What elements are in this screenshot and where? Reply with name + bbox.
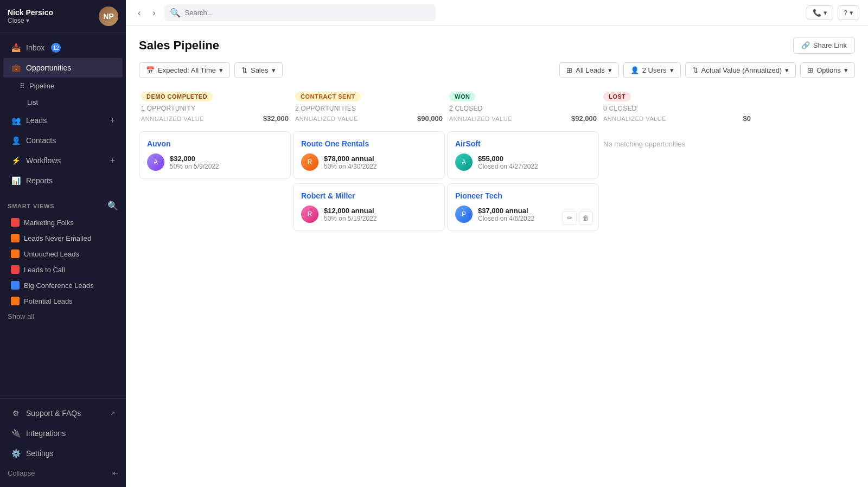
sidebar-item-workflows[interactable]: ⚡ Workflows + [3, 151, 123, 170]
sidebar-item-contacts[interactable]: 👤 Contacts [3, 131, 123, 150]
add-workflows-icon[interactable]: + [110, 156, 115, 165]
close-button[interactable]: Close ▾ [8, 17, 53, 24]
column-header: LOST 0 CLOSED ANNUALIZED VALUE $0 [601, 87, 753, 129]
smart-view-icon [11, 249, 20, 258]
column-annualized: ANNUALIZED VALUE $92,000 [449, 114, 597, 123]
smart-view-label: Leads to Call [24, 266, 65, 274]
smart-view-icon [11, 265, 20, 274]
card-name[interactable]: Auvon [147, 139, 283, 148]
card-date: 50% on 5/19/2022 [324, 215, 437, 222]
sidebar-item-settings[interactable]: ⚙️ Settings [3, 444, 123, 463]
card-name[interactable]: Route One Rentals [301, 139, 437, 148]
no-match-text: No matching opportunities [601, 131, 753, 157]
sidebar-item-opportunities[interactable]: 💼 Opportunities [3, 58, 123, 78]
annualized-value: $0 [743, 114, 751, 123]
card-value: $55,000 [478, 155, 591, 163]
sidebar-item-potential-leads[interactable]: Potential Leads [3, 293, 123, 309]
sidebar-item-support[interactable]: ⚙ Support & FAQs ↗ [3, 403, 123, 423]
add-leads-icon[interactable]: + [110, 116, 115, 125]
help-button[interactable]: ? ▾ [838, 5, 859, 20]
opportunity-card[interactable]: Pioneer Tech P $37,000 annual Closed on … [447, 183, 599, 231]
smart-view-icon [11, 281, 20, 290]
chevron-down-icon: ▾ [219, 66, 223, 74]
page-title: Sales Pipeline [139, 39, 219, 53]
card-avatar: R [301, 153, 318, 171]
card-date: 50% on 4/30/2022 [324, 163, 437, 170]
users-filter[interactable]: 👤 2 Users ▾ [623, 62, 681, 78]
column-badge: CONTRACT SENT [295, 92, 361, 101]
phone-button[interactable]: 📞 ▾ [807, 5, 833, 20]
kanban-column-lost: LOST 0 CLOSED ANNUALIZED VALUE $0 No mat… [601, 87, 753, 487]
sidebar-item-integrations[interactable]: 🔌 Integrations [3, 424, 123, 443]
card-actions: ✏ 🗑 [563, 211, 593, 225]
collapse-icon: ⇤ [112, 469, 118, 477]
column-cards: No matching opportunities [601, 129, 753, 487]
card-name[interactable]: AirSoft [455, 139, 591, 148]
users-icon: 👥 [11, 116, 21, 125]
leads-icon: ⊞ [566, 66, 572, 74]
opportunity-card[interactable]: AirSoft A $55,000 Closed on 4/27/2022 [447, 131, 599, 179]
card-details: $12,000 annual 50% on 5/19/2022 [324, 207, 437, 222]
chart-icon: 📊 [11, 176, 21, 185]
external-link-icon: ↗ [110, 410, 115, 417]
column-annualized: ANNUALIZED VALUE $0 [603, 114, 751, 123]
edit-card-button[interactable]: ✏ [563, 211, 577, 225]
inbox-badge: 12 [51, 43, 61, 53]
sidebar-item-big-conference-leads[interactable]: Big Conference Leads [3, 278, 123, 293]
filter-icon: ⇅ [241, 66, 247, 74]
all-leads-filter[interactable]: ⊞ All Leads ▾ [559, 62, 618, 78]
column-header: WON 2 CLOSED ANNUALIZED VALUE $92,000 [447, 87, 599, 129]
options-icon: ⊞ [807, 66, 813, 74]
sidebar-item-marketing-folks[interactable]: Marketing Folks [3, 215, 123, 230]
column-badge: DEMO COMPLETED [141, 92, 213, 101]
sidebar-item-leads-to-call[interactable]: Leads to Call [3, 262, 123, 277]
person-icon: 👤 [11, 136, 21, 145]
options-button[interactable]: ⊞ Options ▾ [800, 62, 855, 78]
opportunity-card[interactable]: Route One Rentals R $78,000 annual 50% o… [293, 131, 445, 179]
smart-view-label: Potential Leads [24, 297, 73, 305]
chevron-down-icon: ▾ [785, 66, 789, 74]
collapse-button[interactable]: Collapse ⇤ [0, 464, 126, 483]
annualized-value: $32,000 [263, 114, 289, 123]
sidebar: Nick Persico Close ▾ NP 📥 Inbox 12 💼 Opp… [0, 0, 126, 487]
smart-views-header: SMART VIEWS 🔍 [0, 195, 126, 214]
smart-views-list: Marketing Folks Leads Never Emailed Unto… [0, 214, 126, 309]
actual-value-filter[interactable]: ⇅ Actual Value (Annualized) ▾ [685, 62, 796, 78]
smart-view-label: Untouched Leads [24, 250, 79, 258]
column-annualized: ANNUALIZED VALUE $32,000 [141, 114, 289, 123]
card-name[interactable]: Pioneer Tech [455, 191, 591, 200]
sidebar-item-pipeline[interactable]: ⠿ Pipeline [3, 78, 123, 94]
sales-filter[interactable]: ⇅ Sales ▾ [234, 62, 283, 78]
forward-button[interactable]: › [149, 6, 158, 20]
pipeline-icon: ⠿ [20, 82, 25, 90]
back-button[interactable]: ‹ [135, 6, 144, 20]
card-value: $78,000 annual [324, 155, 437, 163]
sidebar-item-inbox[interactable]: 📥 Inbox 12 [3, 38, 123, 57]
show-all-button[interactable]: Show all [0, 309, 126, 324]
sidebar-item-untouched-leads[interactable]: Untouched Leads [3, 246, 123, 261]
opportunity-card[interactable]: Robert & Miller R $12,000 annual 50% on … [293, 183, 445, 231]
card-bottom: A $32,000 50% on 5/9/2022 [147, 153, 283, 171]
chevron-down-icon: ▾ [272, 66, 276, 74]
sidebar-item-list[interactable]: List [3, 94, 123, 110]
annualized-value: $90,000 [417, 114, 443, 123]
kanban-column-contract-sent: CONTRACT SENT 2 OPPORTUNITIES ANNUALIZED… [293, 87, 445, 487]
chevron-down-icon: ▾ [670, 66, 674, 74]
column-annualized: ANNUALIZED VALUE $90,000 [295, 114, 443, 123]
search-input[interactable] [185, 9, 430, 17]
avatar[interactable]: NP [99, 7, 118, 26]
card-avatar: A [455, 153, 473, 171]
expected-filter[interactable]: 📅 Expected: All Time ▾ [139, 62, 230, 78]
topbar-right: 📞 ▾ ? ▾ [807, 5, 859, 20]
sidebar-item-reports[interactable]: 📊 Reports [3, 171, 123, 190]
calendar-icon: 📅 [146, 66, 155, 74]
card-value: $32,000 [170, 155, 283, 163]
card-name[interactable]: Robert & Miller [301, 191, 437, 200]
share-link-button[interactable]: 🔗 Share Link [793, 37, 855, 54]
smart-view-icon [11, 297, 20, 305]
sidebar-item-leads-never-emailed[interactable]: Leads Never Emailed [3, 230, 123, 246]
sidebar-item-leads[interactable]: 👥 Leads + [3, 111, 123, 130]
opportunity-card[interactable]: Auvon A $32,000 50% on 5/9/2022 [139, 131, 291, 179]
smart-views-search-icon[interactable]: 🔍 [107, 201, 118, 211]
delete-card-button[interactable]: 🗑 [579, 211, 593, 225]
